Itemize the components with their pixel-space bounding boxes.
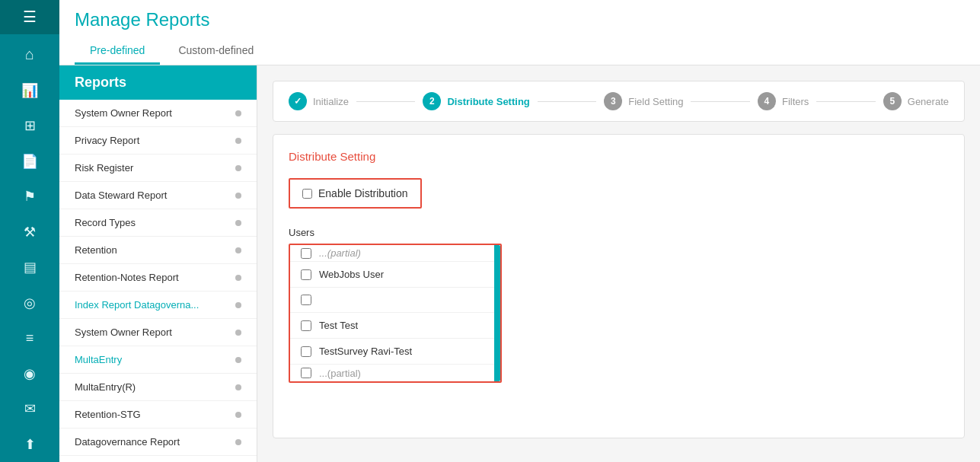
step-filters[interactable]: 4 Filters <box>758 92 809 110</box>
nav-bar: ☰ ⌂ 📊 ⊞ 📄 ⚑ ⚒ ▤ ◎ ≡ ◉ ✉ ⬆ <box>0 0 59 462</box>
sidebar-item-system-owner-report-2[interactable]: System Owner Report <box>59 319 257 346</box>
user-list-item-testsurvey[interactable]: TestSurvey Ravi-Test <box>290 339 500 365</box>
flag-nav-item[interactable]: ⚑ <box>0 179 59 215</box>
home-nav-item[interactable]: ⌂ <box>0 37 59 73</box>
step-generate[interactable]: 5 Generate <box>883 92 949 110</box>
user-list-item-webjobs[interactable]: WebJobs User <box>290 262 500 288</box>
sidebar-dot <box>235 220 241 226</box>
sidebar-item-label: Retention <box>75 244 117 256</box>
step-initialize[interactable]: ✓ Initialize <box>289 92 349 110</box>
body-layout: Reports System Owner Report Privacy Repo… <box>59 65 980 462</box>
user-label-testsurvey: TestSurvey Ravi-Test <box>319 346 412 357</box>
sidebar-item-label: Retention-STG <box>75 409 141 420</box>
sidebar-item-record-types[interactable]: Record Types <box>59 209 257 237</box>
step-5-label: Generate <box>908 96 949 107</box>
tab-custom-defined[interactable]: Custom-defined <box>163 38 269 65</box>
mail-nav-item[interactable]: ✉ <box>0 391 59 427</box>
tools-icon: ⚒ <box>24 224 36 241</box>
user-list-item-bottom-partial[interactable]: ...(partial) <box>290 365 500 381</box>
enable-distribution-box: Enable Distribution <box>289 178 422 209</box>
sidebar-item-multa-entry[interactable]: MultaEntry <box>59 346 257 374</box>
step-separator-2 <box>538 101 596 102</box>
user-checkbox-testsurvey[interactable] <box>301 346 311 357</box>
sidebar-dot <box>235 275 241 281</box>
enable-distribution-checkbox[interactable] <box>302 189 312 199</box>
help-icon: ◎ <box>24 295 36 311</box>
sidebar-item-index-report[interactable]: Index Report Datagoverna... <box>59 292 257 319</box>
mail-icon: ✉ <box>24 400 36 417</box>
user-label-0: ...(partial) <box>319 247 361 259</box>
sidebar-dot <box>235 384 241 390</box>
sidebar-item-retention-stg[interactable]: Retention-STG <box>59 401 257 429</box>
step-separator-4 <box>816 101 875 102</box>
user-checkbox-webjobs[interactable] <box>301 269 311 280</box>
table-nav-item[interactable]: ≡ <box>0 320 59 356</box>
storage-icon: ▤ <box>24 259 37 276</box>
scrollbar[interactable] <box>494 245 500 381</box>
user-label-test: Test Test <box>319 320 358 331</box>
grid-nav-item[interactable]: ⊞ <box>0 108 59 144</box>
sidebar-dot <box>235 138 241 144</box>
user-list-container: ...(partial) WebJobs User <box>289 244 502 383</box>
user-list-item-test[interactable]: Test Test <box>290 313 500 339</box>
chart-nav-item[interactable]: 📊 <box>0 72 59 108</box>
sidebar-item-label: Data Steward Report <box>75 190 167 201</box>
chart-icon: 📊 <box>21 82 38 99</box>
sidebar-header: Reports <box>59 65 257 100</box>
user-label-bottom: ...(partial) <box>319 368 361 379</box>
sidebar-item-multa-entry-r[interactable]: MultaEntry(R) <box>59 374 257 401</box>
sidebar-item-label: MultaEntry <box>75 354 122 365</box>
user-checkbox-test[interactable] <box>301 320 311 331</box>
users-label: Users <box>289 227 949 241</box>
sidebar-item-risk-register[interactable]: Risk Register <box>59 155 257 182</box>
sidebar-dot <box>235 330 241 336</box>
sidebar-item-privacy-report[interactable]: Privacy Report <box>59 127 257 155</box>
step-distribute-setting[interactable]: 2 Distribute Setting <box>423 92 529 110</box>
sidebar-item-retention[interactable]: Retention <box>59 237 257 264</box>
circle-icon: ◉ <box>24 365 36 382</box>
user-list-item-0[interactable]: ...(partial) <box>290 245 500 262</box>
document-nav-item[interactable]: 📄 <box>0 143 59 179</box>
document-icon: 📄 <box>21 153 38 170</box>
content-area: ✓ Initialize 2 Distribute Setting 3 Fiel… <box>257 65 980 462</box>
step-2-label: Distribute Setting <box>447 96 529 107</box>
sidebar-dot <box>235 247 241 253</box>
sidebar-item-label: MultaEntry(R) <box>75 381 136 393</box>
user-checkbox-bottom[interactable] <box>301 368 311 378</box>
sidebar-dot <box>235 412 241 418</box>
sidebar-item-system-owner-report-1[interactable]: System Owner Report <box>59 100 257 127</box>
step-separator-1 <box>356 101 415 102</box>
distribute-setting-panel: Distribute Setting Enable Distribution U… <box>273 134 965 438</box>
sidebar-item-data-steward-report[interactable]: Data Steward Report <box>59 182 257 209</box>
step-3-circle: 3 <box>604 92 622 110</box>
sidebar-item-label: Datagovernance Report <box>75 436 180 448</box>
circle-nav-item[interactable]: ◉ <box>0 355 59 391</box>
flag-icon: ⚑ <box>24 188 36 205</box>
hamburger-icon: ☰ <box>23 8 37 26</box>
user-list-item-empty[interactable] <box>290 288 500 313</box>
sidebar-item-datagovernance-report[interactable]: Datagovernance Report <box>59 429 257 456</box>
step-4-label: Filters <box>782 96 809 107</box>
tab-pre-defined[interactable]: Pre-defined <box>75 38 160 65</box>
user-checkbox-0[interactable] <box>301 248 311 259</box>
sidebar-dot <box>235 165 241 171</box>
user-checkbox-empty[interactable] <box>301 295 311 305</box>
sidebar-item-retention-notes[interactable]: Retention-Notes Report <box>59 264 257 292</box>
sidebar-dot <box>235 302 241 308</box>
wizard-steps: ✓ Initialize 2 Distribute Setting 3 Fiel… <box>273 81 965 122</box>
tools-nav-item[interactable]: ⚒ <box>0 214 59 250</box>
help-nav-item[interactable]: ◎ <box>0 285 59 320</box>
sidebar-dot <box>235 110 241 116</box>
hamburger-menu[interactable]: ☰ <box>0 0 59 34</box>
sidebar: Reports System Owner Report Privacy Repo… <box>59 65 257 462</box>
sidebar-dot <box>235 193 241 199</box>
main-area: Manage Reports Pre-defined Custom-define… <box>59 0 980 462</box>
step-1-circle: ✓ <box>289 92 307 110</box>
table-icon: ≡ <box>26 330 34 346</box>
sidebar-dot <box>235 357 241 363</box>
upload-nav-item[interactable]: ⬆ <box>0 426 59 462</box>
step-field-setting[interactable]: 3 Field Setting <box>604 92 683 110</box>
step-3-label: Field Setting <box>628 96 683 107</box>
storage-nav-item[interactable]: ▤ <box>0 250 59 285</box>
sidebar-dot <box>235 439 241 445</box>
